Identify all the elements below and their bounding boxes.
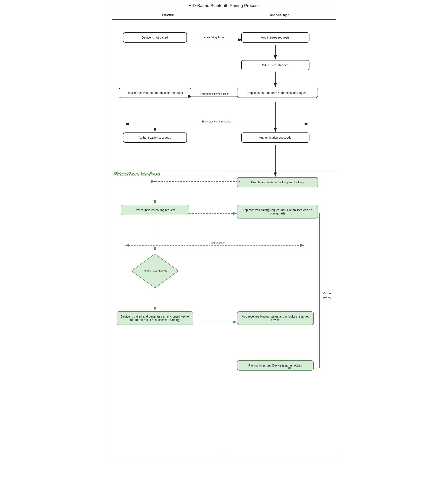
- columns-header: Device Mobile App: [112, 11, 336, 20]
- diagram-title: HID-Based Bluetooth Pairing Process: [112, 0, 336, 11]
- auth-succeeds-right-box: Authentication succeeds: [241, 133, 310, 143]
- device-initiates-pairing-label: Device initiates pairing request: [135, 208, 175, 212]
- device-initiates-pairing-box: Device initiates pairing request: [121, 205, 189, 215]
- auth-succeeds-right-label: Authentication succeeds: [259, 136, 292, 139]
- gatt-established-label: GATT is established: [262, 63, 288, 67]
- app-receives-binding-label: App receives binding status and unlocks …: [242, 315, 309, 321]
- diagram-wrapper: HID-Based Bluetooth Pairing Process Devi…: [112, 0, 336, 456]
- device-receives-auth-label: Device receives the authentication reque…: [127, 91, 183, 94]
- enable-auto-unlock-label: Enable automatic unlocking and locking: [251, 180, 304, 184]
- pairing-completed-diamond: Pairing is completed: [129, 252, 181, 290]
- device-not-paired-box: Device is not paired: [123, 32, 187, 43]
- app-receives-binding-box: App receives binding status and unlocks …: [237, 311, 314, 325]
- device-not-paired-label: Device is not paired: [142, 36, 168, 39]
- device-column: Device is not paired Device receives the…: [112, 20, 224, 456]
- diamond-svg: Pairing is completed: [129, 252, 181, 290]
- device-paired-generates-box: Device is paired and generates an encryp…: [117, 311, 193, 325]
- section-label: HID-Based Bluetooth Pairing Process: [114, 173, 161, 176]
- app-receives-pairing-label: App receives pairing request (I/O Capabi…: [242, 208, 312, 215]
- enable-auto-unlock-box: Enable automatic unlocking and locking: [237, 177, 318, 188]
- device-paired-generates-label: Device is paired and generates an encryp…: [121, 315, 189, 321]
- app-initiates-auth-label: App initiates Bluetooth authentication r…: [248, 91, 307, 94]
- mobile-app-column: App initiates requests GATT is establish…: [224, 20, 336, 456]
- app-initiates-auth-box: App initiates Bluetooth authentication r…: [237, 88, 318, 98]
- gatt-established-box: GATT is established: [241, 60, 310, 70]
- pairing-completed-text: Pairing is completed: [142, 269, 167, 272]
- app-receives-pairing-box: App receives pairing request (I/O Capabi…: [237, 205, 318, 219]
- device-column-header: Device: [112, 11, 224, 19]
- pairing-times-out-label: Pairing times out. Device is not unlocke…: [248, 364, 302, 367]
- app-initiates-requests-label: App initiates requests: [261, 36, 290, 39]
- auth-succeeds-left-label: Authentication succeeds: [139, 136, 171, 139]
- green-divider: [112, 171, 224, 171]
- auth-succeeds-left-box: Authentication succeeds: [123, 133, 187, 143]
- mobile-app-column-header: Mobile App: [224, 11, 336, 19]
- app-initiates-requests-box: App initiates requests: [241, 32, 310, 43]
- pairing-times-out-box: Pairing times out. Device is not unlocke…: [237, 360, 314, 371]
- device-receives-auth-box: Device receives the authentication reque…: [119, 88, 191, 98]
- diagram-body: Device is not paired Device receives the…: [112, 20, 336, 456]
